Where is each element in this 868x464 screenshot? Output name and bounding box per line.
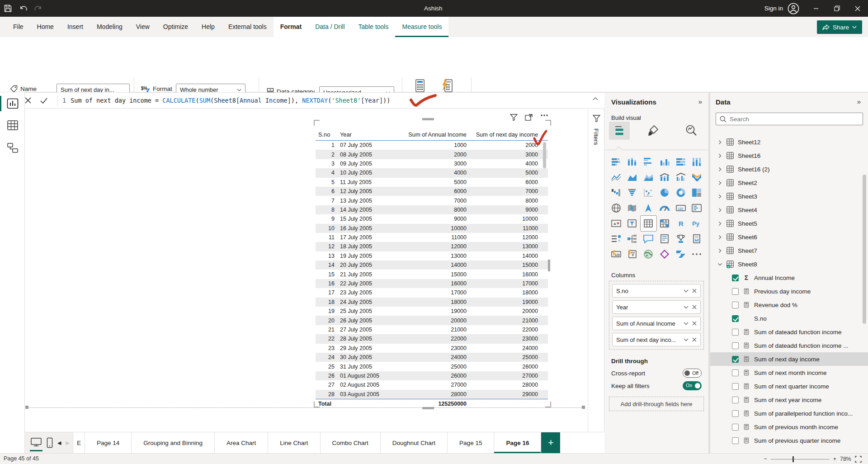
table-row[interactable]: 814 July 200580009000: [316, 205, 548, 214]
menu-tab-optimize[interactable]: Optimize: [156, 17, 195, 37]
field-checkbox[interactable]: [732, 356, 739, 363]
table-row[interactable]: 511 July 200550006000: [316, 178, 548, 187]
undo-icon[interactable]: [15, 0, 31, 17]
table-row[interactable]: 2228 July 20052200023000: [316, 334, 548, 343]
add-drill-through-fields-well[interactable]: Add drill-through fields here: [609, 397, 704, 411]
sheet-item-sheet16[interactable]: Sheet16: [710, 149, 868, 162]
visual-qa-visual-icon[interactable]: [641, 231, 656, 246]
chevron-right-icon[interactable]: [717, 180, 722, 185]
visual-resize-handle[interactable]: [548, 260, 550, 271]
field-item-previous-day-income[interactable]: Previous day income: [710, 284, 868, 298]
column-pill-year[interactable]: Year: [612, 300, 701, 314]
chevron-right-icon[interactable]: [717, 208, 722, 213]
filters-pane-collapsed[interactable]: Filters: [588, 109, 604, 432]
column-pill-s-no[interactable]: S.no: [612, 284, 701, 298]
report-view-icon[interactable]: [7, 98, 19, 109]
zoom-slider-handle[interactable]: [793, 456, 794, 462]
visual-slicer-icon[interactable]: [624, 216, 640, 231]
visual-gauge-icon[interactable]: [656, 200, 672, 216]
visual-azure-map-icon[interactable]: [641, 200, 656, 216]
table-row[interactable]: 1824 July 20051800019000: [316, 298, 548, 307]
tab-build-visual[interactable]: [609, 122, 630, 140]
visual-stacked-bar-chart-icon[interactable]: [608, 154, 624, 170]
table-row[interactable]: 1016 July 20051000011000: [316, 224, 548, 233]
table-row[interactable]: 410 July 200540005000: [316, 168, 548, 177]
table-row[interactable]: 208 July 200520003000: [316, 150, 548, 159]
visual-paginated-report-icon[interactable]: [689, 231, 705, 246]
visual-python-visual-icon[interactable]: Py: [689, 216, 705, 231]
more-options-icon[interactable]: [540, 114, 548, 117]
field-checkbox[interactable]: [732, 288, 739, 295]
visual-funnel-chart-icon[interactable]: [624, 185, 640, 200]
visual-smart-narrative-icon[interactable]: [656, 231, 672, 246]
dax-formula-input[interactable]: Sum of next day income = CALCULATE(SUM(S…: [71, 97, 390, 104]
new-page-button[interactable]: +: [541, 432, 560, 453]
visual-power-apps-visual-icon[interactable]: [656, 246, 672, 262]
visual-line-and-clustered-column-chart-icon[interactable]: [673, 170, 689, 185]
table-row[interactable]: 1117 July 20051100012000: [316, 233, 548, 242]
sheet-item-sheet8[interactable]: Sheet8: [710, 257, 868, 271]
column-header-s-no[interactable]: S.no: [316, 131, 337, 138]
visual-resize-handle[interactable]: [314, 120, 320, 126]
avatar-icon[interactable]: [788, 3, 799, 14]
visual-resize-handle[interactable]: [314, 402, 320, 407]
chevron-down-icon[interactable]: [684, 306, 689, 309]
remove-field-icon[interactable]: [692, 289, 697, 293]
column-pill-sum-of-next-day-inco[interactable]: Sum of next day inco...: [612, 333, 701, 346]
visual-line-and-stacked-column-chart-icon[interactable]: [656, 170, 672, 185]
zoom-in-icon[interactable]: +: [833, 456, 836, 462]
chevron-right-icon[interactable]: [717, 235, 722, 240]
menu-tab-modeling[interactable]: Modeling: [90, 17, 129, 37]
field-item-sum-of-next-day-income[interactable]: Sum of next day income: [710, 352, 868, 366]
sheet-item-sheet7[interactable]: Sheet7: [710, 244, 868, 257]
table-row[interactable]: 713 July 200570008000: [316, 196, 548, 205]
report-canvas[interactable]: S.noYearSum of Annual IncomeSum of next …: [25, 109, 588, 432]
menu-tab-table-tools[interactable]: Table tools: [352, 17, 396, 37]
table-row[interactable]: 1218 July 20051200013000: [316, 242, 548, 251]
commit-formula-icon[interactable]: [40, 98, 56, 104]
table-row[interactable]: 2702 August 20052700028000: [316, 380, 548, 389]
sheet-item-sheet3[interactable]: Sheet3: [710, 189, 868, 203]
cancel-formula-icon[interactable]: [25, 97, 40, 104]
table-row[interactable]: 915 July 2005900010000: [316, 214, 548, 223]
chevron-right-icon[interactable]: [717, 167, 722, 172]
chevron-right-icon[interactable]: [717, 221, 722, 226]
table-scrollbar[interactable]: [543, 142, 546, 168]
chevron-down-icon[interactable]: [684, 322, 689, 325]
table-row[interactable]: 1521 July 20051500016000: [316, 270, 548, 279]
search-box[interactable]: [716, 113, 863, 125]
visual-hundred-percent-stacked-column-chart-icon[interactable]: [689, 154, 705, 170]
table-row[interactable]: 1420 July 20051400015000: [316, 260, 548, 270]
visual-clustered-column-chart-icon[interactable]: [656, 154, 672, 170]
visual-new-card-icon[interactable]: 123: [608, 246, 624, 262]
visual-resize-handle[interactable]: [422, 118, 434, 120]
table-row[interactable]: 2026 July 20052000021000: [316, 316, 548, 325]
page-boundary-handle[interactable]: [25, 406, 28, 409]
visual-table-icon[interactable]: [641, 216, 656, 231]
table-row[interactable]: 309 July 200530004000: [316, 159, 548, 168]
field-item-sum-of-next-month-income[interactable]: Sum of next month income: [710, 366, 868, 379]
sign-in-button[interactable]: Sign in: [764, 5, 783, 12]
visual-resize-handle[interactable]: [545, 402, 551, 407]
column-header-sum-of-next-day-income[interactable]: Sum of next day income: [469, 131, 541, 138]
minimize-button[interactable]: [806, 0, 826, 17]
field-checkbox[interactable]: [732, 397, 739, 403]
visual-kpi-icon[interactable]: [608, 216, 624, 231]
field-item-sum-of-previous-month-income[interactable]: Sum of previous month income: [710, 420, 868, 434]
menu-tab-external-tools[interactable]: External tools: [222, 17, 274, 37]
collapse-formula-bar-icon[interactable]: [593, 97, 598, 100]
chevron-down-icon[interactable]: [717, 262, 722, 267]
visual-scatter-chart-icon[interactable]: [641, 185, 656, 200]
table-row[interactable]: 1723 July 20051700018000: [316, 288, 548, 297]
page-tab-partial[interactable]: E: [73, 432, 85, 453]
table-row[interactable]: 2531 July 20052500026000: [316, 362, 548, 371]
table-row[interactable]: 612 July 200560007000: [316, 187, 548, 196]
visual-resize-handle[interactable]: [545, 120, 551, 126]
table-row[interactable]: 107 July 200510002000: [316, 141, 548, 150]
visual-power-automate-visual-icon[interactable]: [673, 246, 689, 262]
zoom-out-icon[interactable]: −: [764, 456, 767, 462]
remove-field-icon[interactable]: [692, 337, 697, 342]
table-row[interactable]: 1319 July 20051300014000: [316, 251, 548, 260]
visual-area-chart-icon[interactable]: [624, 170, 640, 185]
data-view-icon[interactable]: [7, 119, 19, 131]
